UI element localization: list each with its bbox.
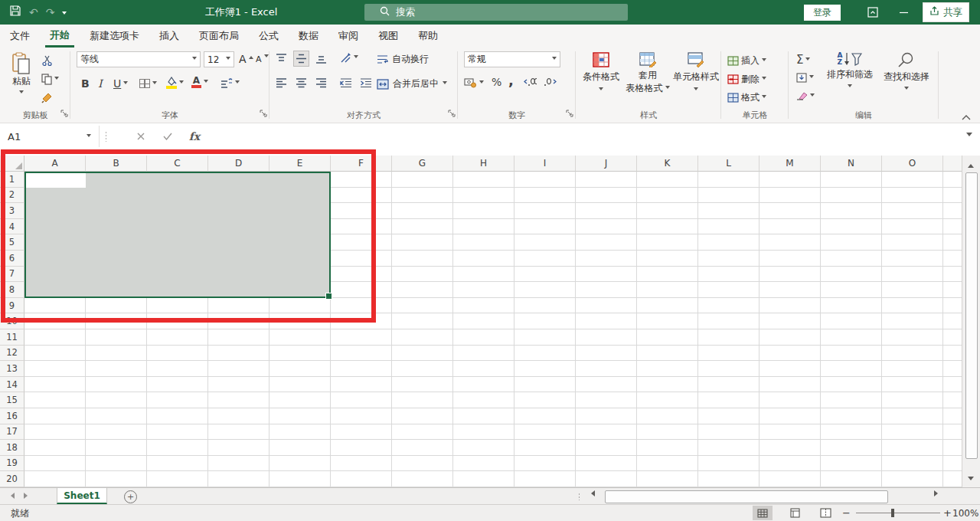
new-sheet-button[interactable]: + <box>124 490 137 503</box>
align-left-button[interactable] <box>276 78 287 88</box>
grow-font-button[interactable]: A <box>239 53 253 65</box>
row-header-5[interactable]: 5 <box>0 234 24 251</box>
row-header-8[interactable]: 8 <box>0 282 24 298</box>
align-center-button[interactable] <box>296 78 307 88</box>
tab-文件[interactable]: 文件 <box>5 25 34 48</box>
phonetic-guide-button[interactable] <box>220 78 240 88</box>
row-header-4[interactable]: 4 <box>0 219 24 235</box>
vertical-scrollbar[interactable] <box>962 156 980 487</box>
column-header-G[interactable]: G <box>392 156 453 172</box>
row-header-12[interactable]: 12 <box>0 346 24 362</box>
fill-button[interactable] <box>796 73 814 83</box>
increase-indent-button[interactable] <box>360 78 372 88</box>
tab-页面布局[interactable]: 页面布局 <box>194 25 243 48</box>
column-header-N[interactable]: N <box>821 156 882 172</box>
italic-button[interactable]: I <box>98 77 103 90</box>
column-header-H[interactable]: H <box>453 156 514 172</box>
formula-input[interactable] <box>214 127 957 146</box>
wrap-text-button[interactable]: 自动换行 <box>377 53 429 66</box>
underline-button[interactable]: U <box>113 77 128 90</box>
row-header-9[interactable]: 9 <box>0 298 24 314</box>
scroll-left-icon[interactable] <box>588 490 595 496</box>
format-as-table-button[interactable]: 套用 表格格式 <box>625 52 671 95</box>
tab-开始[interactable]: 开始 <box>45 25 74 48</box>
zoom-out-button[interactable]: − <box>842 507 851 519</box>
tab-数据[interactable]: 数据 <box>294 25 323 48</box>
font-family-combo[interactable]: 等线 <box>77 51 201 67</box>
customize-qat-icon[interactable] <box>62 11 67 17</box>
percent-style-button[interactable]: % <box>492 76 501 88</box>
bold-button[interactable]: B <box>81 77 90 90</box>
tab-帮助[interactable]: 帮助 <box>413 25 443 48</box>
minimize-button[interactable] <box>888 0 919 25</box>
expand-formula-bar-icon[interactable] <box>966 133 972 139</box>
merge-center-button[interactable]: 合并后居中 <box>377 77 447 90</box>
comma-style-button[interactable]: , <box>508 72 514 88</box>
select-all-button[interactable] <box>0 156 24 172</box>
find-select-button[interactable]: 查找和选择 <box>879 52 934 92</box>
scroll-right-icon[interactable] <box>934 490 941 496</box>
column-header-I[interactable]: I <box>514 156 576 172</box>
column-header-E[interactable]: E <box>270 156 331 172</box>
fill-handle[interactable] <box>325 293 332 300</box>
top-align-button[interactable] <box>276 54 287 64</box>
alignment-dialog-launcher-icon[interactable] <box>448 106 456 120</box>
zoom-slider-thumb[interactable] <box>891 509 894 517</box>
clear-button[interactable] <box>796 91 815 100</box>
column-header-M[interactable]: M <box>760 156 821 172</box>
row-header-7[interactable]: 7 <box>0 267 24 283</box>
tab-公式[interactable]: 公式 <box>254 25 283 48</box>
previous-sheet-icon[interactable] <box>8 493 15 499</box>
insert-function-button[interactable]: fx <box>185 128 204 145</box>
decrease-indent-button[interactable] <box>340 78 352 88</box>
share-button[interactable]: 共享 <box>923 2 969 22</box>
accounting-format-button[interactable] <box>464 77 484 88</box>
undo-icon[interactable]: ↶ <box>29 7 38 18</box>
page-layout-view-button[interactable] <box>785 506 805 520</box>
paste-button[interactable]: 粘贴 <box>6 52 37 96</box>
zoom-slider-track[interactable] <box>856 513 940 513</box>
column-header-J[interactable]: J <box>576 156 637 172</box>
autosum-button[interactable]: Σ <box>796 53 810 67</box>
scroll-down-icon[interactable] <box>968 477 974 483</box>
vertical-scrollbar-thumb[interactable] <box>965 172 978 459</box>
enter-button[interactable] <box>158 128 177 145</box>
fill-color-button[interactable] <box>165 77 184 89</box>
tab-视图[interactable]: 视图 <box>374 25 403 48</box>
font-color-button[interactable]: A <box>191 77 208 88</box>
active-cell-A1[interactable] <box>26 173 86 188</box>
cancel-button[interactable] <box>132 128 150 145</box>
column-header-B[interactable]: B <box>86 156 147 172</box>
shrink-font-button[interactable]: A <box>256 54 269 64</box>
insert-cells-button[interactable]: 插入 <box>727 54 766 67</box>
horizontal-splitter-handle[interactable] <box>578 493 580 500</box>
copy-button[interactable] <box>41 74 59 85</box>
format-cells-button[interactable]: 格式 <box>727 91 766 104</box>
page-break-preview-button[interactable] <box>815 506 835 520</box>
column-header-O[interactable]: O <box>882 156 943 172</box>
row-header-20[interactable]: 20 <box>0 471 24 487</box>
align-right-button[interactable] <box>315 78 327 88</box>
tab-审阅[interactable]: 审阅 <box>334 25 363 48</box>
middle-align-button[interactable] <box>294 51 309 66</box>
row-header-17[interactable]: 17 <box>0 424 24 441</box>
column-header-K[interactable]: K <box>637 156 698 172</box>
row-header-10[interactable]: 10 <box>0 313 24 329</box>
row-header-1[interactable]: 1 <box>0 172 24 188</box>
row-header-13[interactable]: 13 <box>0 361 24 377</box>
row-header-18[interactable]: 18 <box>0 440 24 456</box>
scroll-up-icon[interactable] <box>968 161 974 168</box>
next-sheet-icon[interactable] <box>24 493 31 499</box>
tab-新建选项卡[interactable]: 新建选项卡 <box>85 25 144 48</box>
increase-decimal-button[interactable] <box>524 77 537 87</box>
row-header-11[interactable]: 11 <box>0 329 24 346</box>
row-header-15[interactable]: 15 <box>0 392 24 408</box>
sheet-tab-sheet1[interactable]: Sheet1 <box>57 488 107 504</box>
font-size-combo[interactable]: 12 <box>204 51 234 67</box>
horizontal-scrollbar-thumb[interactable] <box>605 490 888 503</box>
zoom-in-button[interactable]: + <box>943 507 952 519</box>
zoom-level[interactable]: 100% <box>952 508 978 519</box>
selection-range-A1-E8[interactable] <box>24 172 331 298</box>
name-box[interactable]: A1 <box>0 126 100 147</box>
delete-cells-button[interactable]: 删除 <box>727 73 766 86</box>
